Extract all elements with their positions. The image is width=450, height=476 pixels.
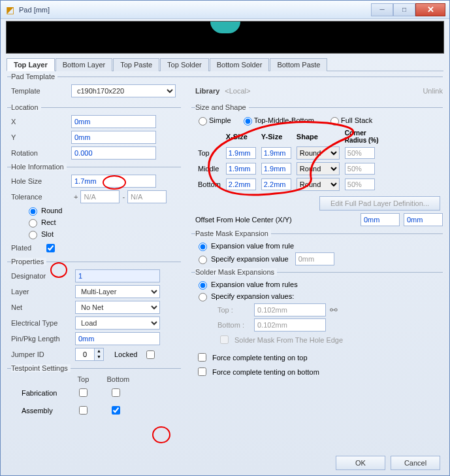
close-button[interactable]: ✕	[415, 3, 445, 16]
tab-top-layer[interactable]: Top Layer	[7, 58, 55, 71]
rotation-input[interactable]	[71, 146, 156, 160]
tolerance-minus-sign: -	[122, 193, 125, 201]
pin-pkg-length-label: Pin/Pkg Length	[11, 335, 75, 343]
force-tenting-top-checkbox[interactable]	[198, 353, 206, 362]
pad-preview-canvas[interactable]	[6, 21, 444, 54]
solder-mask-title: Solder Mask Expansions	[195, 268, 277, 276]
net-select[interactable]: No Net	[75, 301, 160, 314]
mid-xsize-input[interactable]	[226, 163, 256, 175]
offset-x-input[interactable]	[361, 213, 400, 226]
testpoint-bottom-header: Bottom	[100, 375, 136, 383]
rotation-label: Rotation	[11, 149, 71, 157]
tolerance-plus-input[interactable]	[80, 190, 120, 203]
plated-checkbox[interactable]	[46, 244, 55, 252]
paste-specify-label: Specify expansion value	[211, 255, 289, 263]
link-icon[interactable]: ⚯	[330, 305, 338, 315]
fabrication-top-checkbox[interactable]	[79, 388, 88, 397]
mode-fullstack-label: Full Stack	[341, 116, 372, 124]
paste-mask-title: Paste Mask Expansion	[195, 230, 271, 237]
testpoint-group: Testpoint Settings TopBottom Fabrication…	[7, 368, 181, 422]
bot-corner-input	[345, 178, 375, 190]
mode-fullstack-radio[interactable]	[330, 117, 339, 126]
offset-label: Offset From Hole Center (X/Y)	[195, 216, 361, 224]
x-input[interactable]	[71, 115, 156, 128]
solder-mask-group: Solder Mask Expansions Expansion value f…	[191, 272, 443, 382]
hole-size-label: Hole Size	[11, 177, 71, 185]
force-tenting-bottom-checkbox[interactable]	[198, 367, 206, 376]
tolerance-minus-input[interactable]	[127, 190, 167, 203]
net-label: Net	[11, 303, 75, 311]
maximize-button[interactable]: □	[393, 3, 415, 16]
force-tenting-top-label: Force complete tenting on top	[212, 354, 308, 362]
library-label: Library	[195, 87, 219, 95]
tab-bottom-layer[interactable]: Bottom Layer	[56, 58, 112, 71]
solder-from-rules-label: Expansion value from rules	[211, 280, 298, 288]
bot-ysize-input[interactable]	[261, 178, 291, 190]
template-select[interactable]: c190h170x220	[71, 84, 176, 97]
assembly-top-checkbox[interactable]	[79, 406, 88, 415]
solder-bottom-label: Bottom :	[217, 321, 254, 329]
top-xsize-input[interactable]	[226, 147, 256, 159]
tab-bottom-paste[interactable]: Bottom Paste	[270, 58, 327, 71]
electrical-type-select[interactable]: Load	[75, 316, 160, 330]
col-shape: Shape	[294, 128, 342, 145]
hole-shape-slot-radio[interactable]	[29, 231, 37, 239]
paste-mask-group: Paste Mask Expansion Expansion value fro…	[191, 233, 443, 269]
fabrication-bottom-checkbox[interactable]	[112, 388, 120, 397]
pin-pkg-length-input[interactable]	[75, 332, 160, 345]
bot-xsize-input[interactable]	[226, 178, 256, 190]
paste-from-rule-radio[interactable]	[199, 243, 207, 251]
hole-information-title: Hole Information	[11, 163, 67, 171]
layer-select[interactable]: Multi-Layer	[75, 285, 160, 298]
jumper-up-icon[interactable]: ▲	[94, 348, 103, 354]
layer-tabs: Top Layer Bottom Layer Top Paste Top Sol…	[7, 58, 443, 71]
assembly-label: Assembly	[12, 402, 66, 418]
solder-specify-label: Specify expansion values:	[211, 292, 294, 300]
unlink-link[interactable]: Unlink	[423, 87, 443, 95]
y-input[interactable]	[71, 131, 156, 144]
mode-simple-label: Simple	[209, 116, 231, 124]
paste-specify-radio[interactable]	[199, 256, 207, 264]
pad-template-group: Pad Template Template c190h170x220 Libra…	[7, 76, 443, 102]
ok-button[interactable]: OK	[336, 456, 385, 470]
locked-checkbox[interactable]	[146, 350, 155, 359]
tolerance-plus-sign: +	[74, 193, 78, 201]
fabrication-label: Fabrication	[12, 384, 66, 401]
tab-top-paste[interactable]: Top Paste	[113, 58, 159, 71]
properties-group: Properties Designator Layer Multi-Layer …	[7, 262, 181, 366]
mid-shape-select[interactable]: Round	[297, 162, 340, 175]
offset-y-input[interactable]	[404, 213, 443, 226]
assembly-bottom-checkbox[interactable]	[112, 406, 120, 415]
designator-input[interactable]	[75, 269, 160, 282]
row-top-label: Top	[195, 145, 223, 161]
tab-bottom-solder[interactable]: Bottom Solder	[210, 58, 270, 71]
hole-size-input[interactable]	[71, 175, 156, 188]
library-value: <Local>	[225, 87, 250, 95]
solder-specify-radio[interactable]	[199, 293, 207, 301]
col-ysize: Y-Size	[259, 128, 294, 145]
testpoint-title: Testpoint Settings	[11, 364, 71, 372]
cancel-button[interactable]: Cancel	[391, 456, 440, 470]
hole-shape-rect-radio[interactable]	[29, 219, 37, 228]
hole-shape-round-radio[interactable]	[29, 207, 37, 216]
hole-information-group: Hole Information Hole Size Tolerance + -…	[7, 167, 181, 259]
jumper-id-stepper[interactable]: ▲▼	[75, 348, 104, 361]
mid-corner-input	[345, 163, 375, 175]
mode-tmb-label: Top-Middle-Bottom	[254, 116, 314, 124]
minimize-button[interactable]: ─	[371, 3, 393, 16]
mid-ysize-input[interactable]	[261, 163, 291, 175]
titlebar[interactable]: ◩ Pad [mm] ─ □ ✕	[1, 1, 449, 19]
mode-simple-radio[interactable]	[199, 117, 207, 126]
pad-icon: ◩	[5, 5, 15, 15]
top-shape-select[interactable]: Round	[297, 146, 340, 160]
mode-tmb-radio[interactable]	[244, 117, 252, 126]
edit-full-pad-button: Edit Full Pad Layer Definition...	[319, 196, 440, 211]
bot-shape-select[interactable]: Round	[297, 178, 340, 191]
top-ysize-input[interactable]	[261, 147, 291, 159]
jumper-id-input[interactable]	[76, 348, 94, 360]
tab-top-solder[interactable]: Top Solder	[160, 58, 209, 71]
jumper-down-icon[interactable]: ▼	[94, 354, 103, 360]
solder-from-rules-radio[interactable]	[199, 281, 207, 290]
solder-top-input	[254, 303, 326, 316]
hole-shape-slot-label: Slot	[41, 230, 54, 238]
